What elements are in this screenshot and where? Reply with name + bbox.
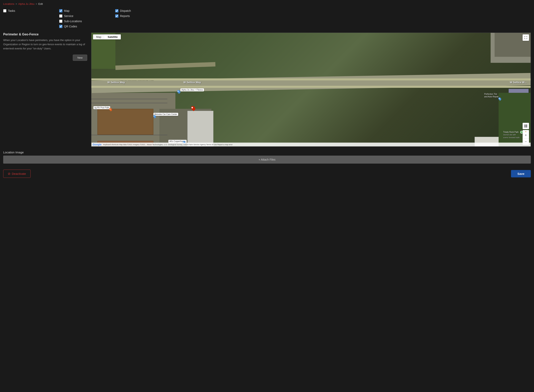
perimeter-title: Perimeter & Geo-Fence: [3, 33, 87, 36]
option-qr-codes[interactable]: QR Codes: [59, 24, 115, 29]
breadcrumb-sep2: >: [36, 2, 37, 5]
breadcrumb-sep1: >: [16, 2, 17, 5]
option-service[interactable]: Service: [59, 13, 115, 19]
svg-rect-3: [526, 126, 527, 127]
breadcrumb-locations[interactable]: Locations: [3, 2, 14, 5]
attach-files-button[interactable]: + Attach Files: [3, 156, 531, 163]
qr-codes-checkbox[interactable]: [59, 25, 62, 28]
tasks-checkbox[interactable]: [3, 9, 6, 12]
perfection-pin: [499, 97, 501, 100]
satellite-view: Karren Streeter Memorial Trail W Seltice…: [91, 33, 531, 146]
option-sub-locations[interactable]: Sub-Locations: [59, 19, 115, 24]
dispatch-checkbox[interactable]: [115, 9, 118, 12]
reports-label: Reports: [120, 14, 130, 18]
options-grid: Tasks Map Dispatch Service Reports Sub-L…: [3, 8, 531, 29]
sub-locations-label: Sub-Locations: [64, 20, 82, 23]
svg-rect-2: [525, 126, 526, 127]
new-button[interactable]: New: [73, 55, 87, 61]
attribution-text: Keyboard shortcuts Map data ©2021 Imager…: [103, 144, 232, 146]
deactivate-button[interactable]: ⊘ Deactivate: [3, 170, 31, 178]
option-reports[interactable]: Reports: [115, 13, 171, 19]
deactivate-label: Deactivate: [12, 172, 26, 175]
service-checkbox[interactable]: [59, 14, 62, 18]
reports-checkbox[interactable]: [115, 14, 118, 18]
qr-codes-label: QR Codes: [64, 25, 77, 28]
main-location-pin: [191, 106, 195, 111]
map-attribution: Google Keyboard shortcuts Map data ©2021…: [91, 143, 531, 146]
bottom-bar: ⊘ Deactivate Save: [3, 168, 531, 178]
deactivate-icon: ⊘: [8, 172, 10, 176]
map-tabs: Map Satellite: [93, 34, 121, 39]
perfection-tire-label: Perfection Tireand Auto Repair: [484, 93, 499, 98]
location-image-title: Location Image: [3, 151, 531, 154]
treaty-rock-label: Treaty Rock ParkStoried site withscenic …: [503, 131, 520, 139]
breadcrumb-page: Edit: [38, 2, 43, 5]
left-panel: Perimeter & Geo-Fence When your Location…: [3, 33, 87, 147]
svg-rect-0: [525, 125, 526, 126]
main-content: Perimeter & Geo-Fence When your Location…: [3, 33, 531, 147]
map-layers-button[interactable]: [523, 123, 529, 129]
map-container[interactable]: Karren Streeter Memorial Trail W Seltice…: [91, 33, 531, 147]
rv-pin: [109, 108, 112, 111]
breadcrumb-org[interactable]: Alpha Ju Jitsu: [18, 2, 34, 5]
dispatch-label: Dispatch: [120, 9, 131, 12]
alpha-label: Alpha Jiu Jitsu + Fitness: [180, 89, 204, 91]
map-fullscreen-button[interactable]: [523, 34, 529, 41]
map-label: Map: [64, 9, 70, 12]
save-button[interactable]: Save: [511, 170, 531, 177]
road-label-seltice1: W Seltice Way: [107, 81, 125, 84]
zoom-in-button[interactable]: +: [523, 132, 529, 138]
google-logo: Google: [93, 143, 102, 146]
svg-rect-1: [526, 125, 527, 126]
sub-locations-checkbox[interactable]: [59, 20, 62, 23]
tasks-label: Tasks: [8, 9, 15, 12]
breadcrumb: Locations > Alpha Ju Jitsu > Edit: [3, 2, 531, 5]
service-label: Service: [64, 14, 73, 18]
option-map[interactable]: Map: [59, 8, 115, 13]
meineke-label: Meineke Car Care Center: [153, 113, 178, 116]
alpha-jiu-jitsu-pin: [177, 90, 180, 93]
map-tab-satellite[interactable]: Satellite: [104, 34, 121, 39]
location-image-section: Location Image + Attach Files: [3, 151, 531, 163]
perimeter-description: When your Location's have perimeters, yo…: [3, 38, 87, 51]
map-tab-map[interactable]: Map: [93, 34, 104, 39]
road-label-seltice3: W Seltice W...: [510, 81, 527, 84]
road-label-seltice2: W Seltice Way: [183, 81, 201, 84]
option-tasks[interactable]: Tasks: [3, 8, 59, 13]
map-checkbox[interactable]: [59, 9, 62, 12]
option-dispatch[interactable]: Dispatch: [115, 8, 171, 13]
meineke-pin: [153, 115, 156, 118]
rv-label: og RV Post Falls: [93, 106, 110, 109]
